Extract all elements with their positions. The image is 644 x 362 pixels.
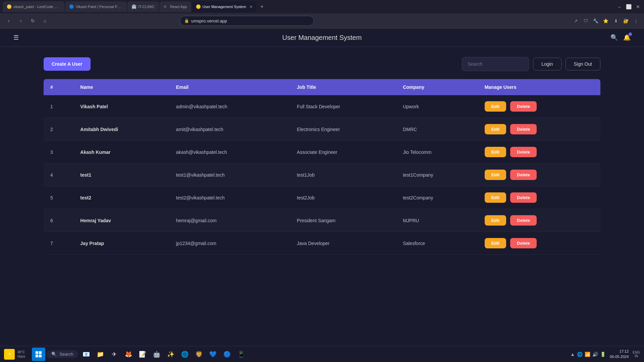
edit-button[interactable]: Edit — [485, 215, 506, 226]
start-button[interactable] — [32, 348, 45, 361]
lang-label: ENG — [633, 351, 640, 354]
tab-itclinic[interactable]: 🏥 IT-CLINIC — [127, 1, 159, 12]
cell-name: Akash Kumar — [73, 141, 169, 164]
page-title: User Management System — [282, 34, 362, 42]
taskbar-telegram-icon[interactable]: ✈ — [108, 348, 121, 361]
delete-button[interactable]: Delete — [510, 147, 537, 157]
edit-button[interactable]: Edit — [485, 238, 506, 248]
sys-tray-up-icon[interactable]: ▲ — [570, 352, 575, 357]
tab-bar: 🟡 vikash_patel - LeetCode Profile 🔵 Vika… — [0, 0, 644, 13]
tab-ums[interactable]: 🟡 User Management System ✕ — [192, 1, 257, 12]
sys-wifi-icon[interactable]: 📶 — [585, 352, 590, 357]
menu-icon[interactable]: ⋮ — [632, 17, 640, 25]
edit-button[interactable]: Edit — [485, 147, 506, 157]
main-content: Create A User Login Sign Out # Name Emai… — [0, 47, 644, 346]
table-row: 4 test1 test1@vikashpatel.tech test1Job … — [44, 164, 600, 186]
cell-name: Jay Pratap — [73, 232, 169, 255]
table-header-row: # Name Email Job Title Company Manage Us… — [44, 79, 600, 95]
notification-icon[interactable]: 🔔 — [623, 34, 631, 41]
notification-badge — [629, 33, 632, 36]
share-icon[interactable]: ↗ — [572, 17, 580, 25]
taskbar-mail-icon[interactable]: 📧 — [79, 348, 93, 361]
col-header-email: Email — [169, 79, 290, 95]
edit-button[interactable]: Edit — [485, 124, 506, 134]
cell-manage: Edit Delete — [478, 118, 600, 141]
search-area: Login Sign Out — [462, 57, 600, 71]
new-tab-button[interactable]: + — [257, 2, 267, 11]
cell-id: 4 — [44, 164, 73, 186]
svg-rect-1 — [39, 351, 42, 354]
sys-battery-icon[interactable]: 🔋 — [600, 352, 606, 357]
taskbar: ☀ 40°C Haze 🔍 Search 📧 📁 ✈ 🦊 📝 🤖 ✨ 🌐 🦁 💙… — [0, 346, 644, 362]
edit-button[interactable]: Edit — [485, 192, 506, 203]
extensions-icon[interactable]: 🔧 — [592, 17, 600, 25]
minimize-button[interactable]: ⌣ — [616, 3, 623, 10]
taskbar-right: ▲ 🌐 📶 🔊 🔋 17:12 06-05-2024 ENG IN — [570, 349, 640, 359]
delete-button[interactable]: Delete — [510, 170, 537, 180]
taskbar-edge-icon[interactable]: 🌐 — [178, 348, 192, 361]
delete-button[interactable]: Delete — [510, 124, 537, 134]
taskbar-left: ☀ 40°C Haze — [4, 349, 28, 360]
taskbar-vscode-icon[interactable]: 💙 — [206, 348, 220, 361]
window-controls: ⌣ ⬜ ✕ — [616, 3, 641, 10]
cell-email: amit@vikashpatel.tech — [169, 118, 290, 141]
table-row: 5 test2 test2@vikashpatel.tech test2Job … — [44, 186, 600, 209]
clock-date: 06-05-2024 — [610, 354, 629, 359]
sys-volume-icon[interactable]: 🔊 — [592, 352, 598, 357]
forward-button[interactable]: › — [16, 16, 25, 25]
delete-button[interactable]: Delete — [510, 192, 537, 203]
weather-icon: ☀ — [4, 349, 15, 360]
vpn-icon[interactable]: 🔐 — [622, 17, 630, 25]
table-row: 3 Akash Kumar akash@vikashpatel.tech Ass… — [44, 141, 600, 164]
address-input[interactable]: 🔒 umspro.vercel.app — [180, 16, 314, 26]
tab-close-icon[interactable]: ✕ — [250, 5, 253, 9]
create-user-button[interactable]: Create A User — [44, 57, 91, 71]
cell-manage: Edit Delete — [478, 232, 600, 255]
close-button[interactable]: ✕ — [635, 3, 641, 10]
cell-manage: Edit Delete — [478, 186, 600, 209]
cell-email: hemraj@gmail.com — [169, 209, 290, 232]
tab-label-3: IT-CLINIC — [138, 5, 155, 9]
table-row: 6 Hemraj Yadav hemraj@gmail.com Presiden… — [44, 209, 600, 232]
login-button[interactable]: Login — [533, 58, 561, 70]
taskbar-chrome-icon[interactable]: 🔵 — [220, 348, 234, 361]
toolbar-icons: ↗ 🛡 🔧 ⭐ ⬇ 🔐 ⋮ — [572, 17, 640, 25]
cell-email: jp1234@gmail.com — [169, 232, 290, 255]
table-row: 2 Amitabh Dwivedi amit@vikashpatel.tech … — [44, 118, 600, 141]
delete-button[interactable]: Delete — [510, 238, 537, 248]
taskbar-chatgpt-icon[interactable]: 🤖 — [150, 348, 163, 361]
edit-button[interactable]: Edit — [485, 101, 506, 112]
delete-button[interactable]: Delete — [510, 215, 537, 226]
taskbar-notes-icon[interactable]: 📝 — [136, 348, 149, 361]
cell-id: 3 — [44, 141, 73, 164]
back-button[interactable]: ‹ — [4, 16, 13, 25]
signout-button[interactable]: Sign Out — [566, 58, 600, 70]
bookmark-icon[interactable]: ⭐ — [602, 17, 610, 25]
tab-label-1: vikash_patel - LeetCode Profile — [13, 5, 60, 9]
cell-name: Hemraj Yadav — [73, 209, 169, 232]
sys-network-icon[interactable]: 🌐 — [577, 352, 583, 357]
restore-button[interactable]: ⬜ — [625, 3, 632, 10]
taskbar-whatsapp-icon[interactable]: 📱 — [234, 348, 248, 361]
taskbar-brave-icon[interactable]: 🦁 — [192, 348, 206, 361]
url-text: umspro.vercel.app — [191, 18, 227, 23]
users-table-container: # Name Email Job Title Company Manage Us… — [44, 79, 600, 255]
taskbar-files-icon[interactable]: 📁 — [94, 348, 107, 361]
delete-button[interactable]: Delete — [510, 101, 537, 112]
cell-id: 5 — [44, 186, 73, 209]
weather-info: 40°C Haze — [17, 350, 25, 359]
brave-shield-icon[interactable]: 🛡 — [582, 17, 590, 25]
tab-leetcode[interactable]: 🟡 vikash_patel - LeetCode Profile — [3, 1, 64, 12]
hamburger-menu[interactable]: ☰ — [13, 34, 19, 41]
taskbar-ai-icon[interactable]: ✨ — [164, 348, 177, 361]
taskbar-firefox-icon[interactable]: 🦊 — [122, 348, 135, 361]
refresh-button[interactable]: ↻ — [28, 16, 38, 25]
tab-reactapp[interactable]: ⚛ React App — [159, 1, 191, 12]
search-icon[interactable]: 🔍 — [610, 34, 618, 41]
download-icon[interactable]: ⬇ — [612, 17, 620, 25]
edit-button[interactable]: Edit — [485, 170, 506, 180]
search-input[interactable] — [462, 57, 529, 71]
taskbar-search[interactable]: 🔍 Search — [47, 350, 78, 358]
home-button[interactable]: ⌂ — [40, 16, 50, 25]
tab-portfolio[interactable]: 🔵 Vikash Patel | Personal Portfolio — [65, 1, 127, 12]
